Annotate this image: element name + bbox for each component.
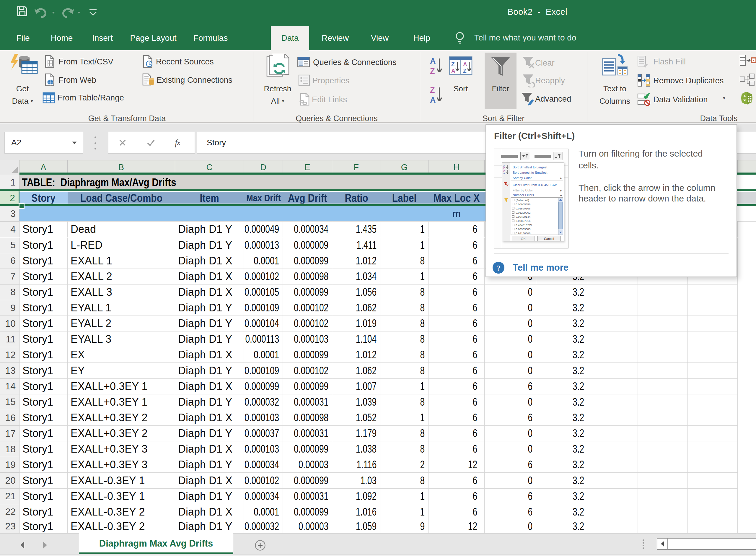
svg-text:A: A bbox=[463, 61, 467, 67]
svg-text:?: ? bbox=[497, 264, 501, 272]
svg-text:A: A bbox=[503, 172, 505, 174]
svg-text:Z: Z bbox=[430, 86, 435, 95]
svg-text:Z: Z bbox=[451, 61, 455, 67]
svg-text:Z: Z bbox=[463, 68, 467, 74]
svg-text:Z: Z bbox=[503, 167, 505, 169]
svg-text:Z: Z bbox=[430, 67, 435, 75]
svg-text:A: A bbox=[430, 96, 436, 104]
svg-text:A: A bbox=[451, 68, 455, 74]
svg-text:A: A bbox=[430, 57, 436, 66]
